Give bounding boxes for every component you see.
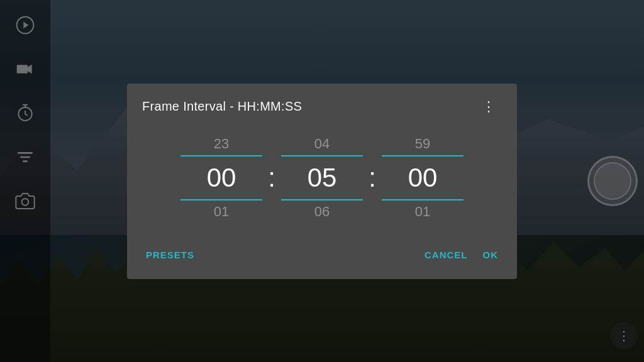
seconds-above: 59 (415, 133, 430, 155)
hours-above: 23 (214, 133, 229, 155)
minutes-below: 06 (314, 200, 330, 223)
cancel-button[interactable]: CANCEL (416, 242, 477, 268)
presets-button[interactable]: PRESETS (140, 242, 201, 268)
minutes-above: 04 (314, 133, 330, 155)
minutes-current[interactable]: 05 (308, 159, 337, 197)
dialog-header: Frame Interval - HH:MM:SS ⋮ (127, 84, 517, 128)
dialog-more-icon[interactable]: ⋮ (477, 96, 502, 118)
seconds-below: 01 (415, 200, 430, 223)
dialog-overlay: Frame Interval - HH:MM:SS ⋮ 23 00 01 : 0… (0, 0, 644, 362)
dialog-actions: PRESETS CANCEL OK (127, 236, 517, 279)
separator-2: : (363, 163, 382, 193)
dialog-title: Frame Interval - HH:MM:SS (142, 99, 302, 114)
hours-current[interactable]: 00 (207, 159, 236, 197)
minutes-column: 04 05 06 (281, 133, 363, 223)
frame-interval-dialog: Frame Interval - HH:MM:SS ⋮ 23 00 01 : 0… (127, 84, 517, 279)
seconds-column: 59 00 01 (382, 133, 464, 223)
minutes-divider-top (281, 155, 363, 156)
ok-button[interactable]: OK (477, 242, 505, 268)
separator-1: : (262, 163, 281, 193)
seconds-current[interactable]: 00 (408, 159, 438, 197)
hours-below: 01 (214, 200, 229, 223)
seconds-divider-top (382, 155, 464, 156)
hours-column: 23 00 01 (180, 133, 262, 223)
hours-divider-top (180, 155, 262, 156)
time-picker: 23 00 01 : 04 05 06 : 59 00 (127, 128, 517, 236)
